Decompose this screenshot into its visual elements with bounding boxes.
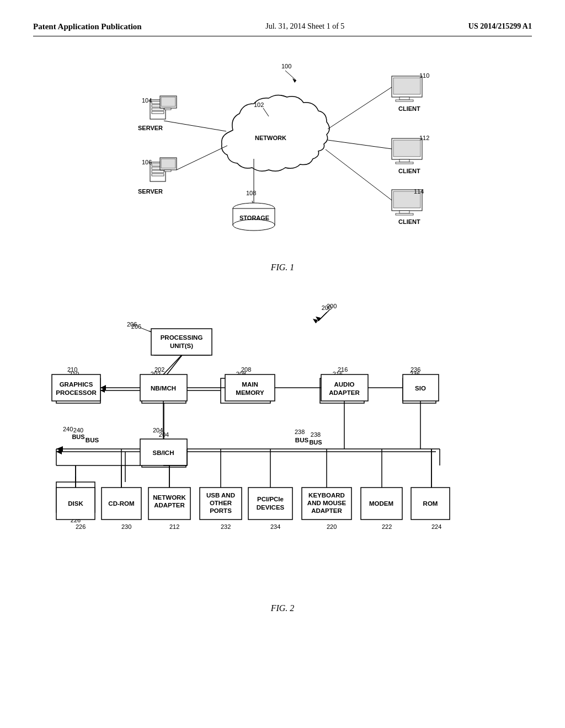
- svg-text:SIO: SIO: [415, 385, 426, 392]
- svg-text:100: 100: [281, 63, 291, 69]
- svg-rect-12: [161, 97, 175, 106]
- svg-text:AND MOUSE: AND MOUSE: [307, 500, 347, 506]
- svg-rect-45: [396, 162, 413, 164]
- svg-text:236: 236: [411, 366, 420, 373]
- svg-line-4: [285, 71, 296, 81]
- svg-text:NETWORK: NETWORK: [255, 135, 286, 141]
- svg-point-30: [233, 220, 275, 231]
- fig1-label: FIG. 1: [271, 263, 295, 272]
- svg-text:ADAPTER: ADAPTER: [154, 502, 185, 508]
- svg-rect-37: [399, 97, 409, 100]
- svg-text:108: 108: [246, 190, 256, 196]
- svg-text:204: 204: [153, 427, 163, 433]
- svg-text:112: 112: [419, 135, 429, 141]
- svg-text:BUS: BUS: [86, 437, 99, 443]
- client-112: CLIENT 112: [328, 135, 429, 174]
- svg-text:SB/ICH: SB/ICH: [153, 449, 174, 456]
- svg-text:216: 216: [338, 366, 348, 373]
- svg-text:110: 110: [419, 72, 429, 79]
- svg-text:PORTS: PORTS: [210, 507, 232, 514]
- figures-container: NETWORK 102 100: [33, 47, 532, 630]
- svg-marker-104: [316, 317, 321, 321]
- svg-text:210: 210: [67, 366, 77, 373]
- svg-text:STORAGE: STORAGE: [239, 215, 269, 221]
- svg-rect-23: [161, 159, 175, 168]
- svg-rect-36: [393, 78, 420, 94]
- server-106: SERVER 106: [138, 146, 227, 195]
- svg-line-113: [163, 355, 182, 374]
- svg-text:200: 200: [327, 303, 337, 309]
- svg-rect-52: [396, 213, 413, 215]
- svg-text:PCI/PCIe: PCI/PCIe: [257, 496, 284, 502]
- svg-text:104: 104: [142, 97, 152, 104]
- svg-text:PROCESSOR: PROCESSOR: [56, 389, 97, 396]
- svg-line-33: [252, 201, 253, 203]
- svg-text:NB/MCH: NB/MCH: [151, 385, 176, 392]
- svg-text:114: 114: [414, 188, 424, 195]
- svg-text:DISK: DISK: [68, 500, 83, 507]
- svg-text:206: 206: [127, 321, 137, 328]
- svg-marker-133: [100, 385, 106, 390]
- client-110: CLIENT 110: [328, 72, 429, 129]
- svg-text:CLIENT: CLIENT: [398, 168, 420, 174]
- svg-text:222: 222: [382, 523, 392, 530]
- svg-text:CD-ROM: CD-ROM: [108, 500, 134, 507]
- svg-text:MAIN: MAIN: [242, 381, 258, 388]
- svg-rect-107: [151, 329, 212, 355]
- svg-rect-43: [393, 140, 420, 157]
- svg-text:SERVER: SERVER: [138, 125, 163, 131]
- svg-text:234: 234: [270, 523, 280, 530]
- svg-rect-51: [399, 211, 409, 213]
- server-104: SERVER 104: [138, 96, 226, 131]
- svg-text:ADAPTER: ADAPTER: [329, 389, 360, 396]
- svg-text:CLIENT: CLIENT: [398, 218, 420, 225]
- svg-line-106: [140, 328, 151, 332]
- date-sheet: Jul. 31, 2014 Sheet 1 of 5: [265, 22, 344, 31]
- svg-text:PROCESSING: PROCESSING: [161, 334, 203, 341]
- svg-rect-24: [164, 170, 171, 172]
- page-header: Patent Application Publication Jul. 31, …: [33, 22, 532, 36]
- svg-text:OTHER: OTHER: [210, 500, 232, 506]
- svg-text:212: 212: [169, 523, 179, 530]
- svg-text:AUDIO: AUDIO: [334, 381, 354, 388]
- svg-text:220: 220: [327, 523, 337, 530]
- svg-text:UNIT(S): UNIT(S): [170, 342, 193, 349]
- svg-line-55: [326, 149, 392, 200]
- svg-text:MODEM: MODEM: [369, 500, 393, 507]
- svg-text:NETWORK: NETWORK: [153, 494, 186, 501]
- svg-text:SERVER: SERVER: [138, 188, 163, 195]
- svg-text:224: 224: [431, 523, 441, 530]
- page: Patent Application Publication Jul. 31, …: [0, 0, 565, 728]
- svg-text:USB AND: USB AND: [206, 492, 235, 499]
- svg-rect-38: [396, 100, 413, 101]
- svg-rect-168: [248, 488, 292, 520]
- svg-text:202: 202: [154, 366, 164, 373]
- svg-line-41: [328, 87, 392, 129]
- svg-text:226: 226: [76, 523, 86, 530]
- svg-rect-129: [52, 374, 100, 401]
- svg-line-27: [177, 146, 227, 170]
- svg-text:238: 238: [295, 429, 305, 435]
- svg-text:MEMORY: MEMORY: [236, 389, 264, 396]
- svg-text:230: 230: [121, 523, 131, 530]
- svg-text:ROM: ROM: [423, 500, 438, 507]
- svg-text:GRAPHICS: GRAPHICS: [60, 381, 93, 388]
- svg-line-48: [328, 140, 392, 149]
- svg-text:102: 102: [254, 101, 264, 108]
- svg-rect-115: [225, 374, 275, 401]
- svg-text:208: 208: [241, 366, 251, 373]
- svg-text:240: 240: [63, 426, 73, 432]
- svg-rect-120: [321, 374, 368, 401]
- patent-number: US 2014/215299 A1: [468, 22, 532, 31]
- svg-line-16: [164, 121, 226, 131]
- svg-text:KEYBOARD: KEYBOARD: [308, 492, 345, 499]
- publication-label: Patent Application Publication: [33, 22, 142, 31]
- svg-text:232: 232: [221, 523, 231, 530]
- svg-text:DEVICES: DEVICES: [257, 504, 285, 511]
- svg-rect-13: [164, 108, 171, 110]
- svg-text:CLIENT: CLIENT: [398, 105, 420, 112]
- svg-rect-44: [399, 159, 409, 162]
- svg-line-103: [318, 310, 329, 321]
- svg-text:106: 106: [142, 159, 152, 165]
- network-cloud: NETWORK 102: [222, 95, 329, 171]
